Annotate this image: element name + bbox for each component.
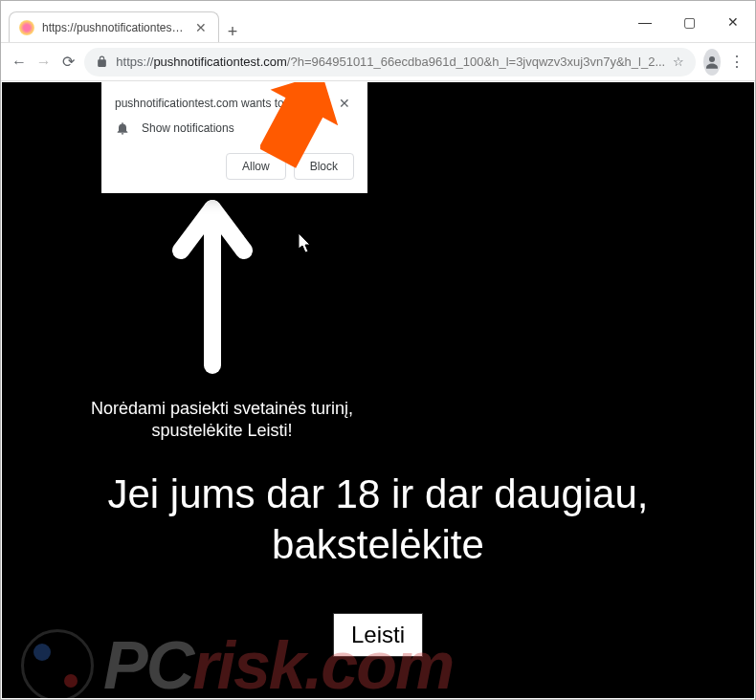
callout-arrow-icon (260, 82, 375, 178)
watermark-text-1: PC (103, 627, 192, 698)
toolbar: ← → ⟳ https://pushnotificationtest.com/?… (1, 43, 755, 81)
watermark-logo-icon (21, 629, 94, 698)
tab-active[interactable]: https://pushnotificationtest.com/ ✕ (9, 11, 219, 42)
minimize-button[interactable]: — (623, 1, 667, 42)
cursor-icon (299, 233, 314, 254)
up-arrow-icon (169, 195, 256, 377)
lock-icon (96, 55, 108, 68)
permission-body-text: Show notifications (142, 121, 234, 135)
page-viewport: pushnotificationtest.com wants to ✕ Show… (2, 82, 754, 698)
page-subtitle: Norėdami pasiekti svetainės turinį, spus… (78, 398, 366, 443)
url-text: https://pushnotificationtest.com/?h=9649… (116, 55, 665, 69)
permission-origin-text: pushnotificationtest.com wants to (115, 97, 284, 110)
url-rest: /?h=964951011_66ecdba961d_100&h_l=3jvqwz… (287, 55, 665, 69)
tab-title: https://pushnotificationtest.com/ (42, 21, 186, 34)
tab-close-icon[interactable]: ✕ (193, 20, 209, 35)
profile-avatar[interactable] (703, 49, 721, 76)
reload-button[interactable]: ⟳ (60, 49, 78, 76)
svg-point-0 (709, 56, 715, 62)
back-button[interactable]: ← (11, 49, 28, 76)
forward-button[interactable]: → (35, 49, 53, 76)
titlebar: https://pushnotificationtest.com/ ✕ + — … (1, 1, 755, 43)
address-bar[interactable]: https://pushnotificationtest.com/?h=9649… (84, 48, 696, 77)
bell-icon (115, 120, 130, 136)
url-scheme: https:// (116, 55, 153, 69)
bookmark-star-icon[interactable]: ☆ (673, 55, 684, 69)
tab-strip: https://pushnotificationtest.com/ ✕ + (1, 1, 623, 42)
kebab-menu-icon[interactable]: ⋮ (728, 49, 745, 76)
url-host: pushnotificationtest.com (153, 55, 286, 69)
page-headline: Jei jums dar 18 ir dar daugiau, bakstelė… (2, 470, 754, 570)
window-close-button[interactable]: ✕ (711, 1, 755, 42)
maximize-button[interactable]: ▢ (667, 1, 711, 42)
window-controls: — ▢ ✕ (623, 1, 755, 42)
new-tab-button[interactable]: + (219, 22, 246, 42)
favicon-icon (19, 20, 34, 35)
page-allow-button[interactable]: Leisti (333, 613, 423, 657)
browser-window: https://pushnotificationtest.com/ ✕ + — … (0, 0, 756, 700)
